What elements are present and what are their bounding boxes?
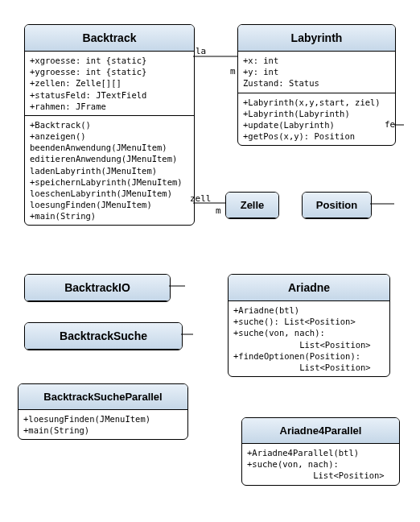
class-title: Labyrinth bbox=[238, 25, 395, 52]
assoc-label: la bbox=[196, 46, 206, 56]
class-operations: +Ariadne4Parallel(btl) +suche(von, nach)… bbox=[242, 444, 399, 485]
class-operations: +loesungFinden(JMenuItem) +main(String) bbox=[19, 410, 187, 439]
assoc-label: m bbox=[230, 66, 236, 77]
class-title: Ariadne bbox=[229, 275, 389, 301]
class-attributes: +xgroesse: int {static} +ygroesse: int {… bbox=[25, 52, 194, 116]
class-backtrack: Backtrack +xgroesse: int {static} +ygroe… bbox=[24, 24, 195, 226]
class-backtrackio: BacktrackIO bbox=[24, 274, 171, 302]
class-operations: +Backtrack() +anzeigen() beendenAnwendun… bbox=[25, 116, 194, 226]
class-backtracksuche: BacktrackSuche bbox=[24, 322, 183, 350]
class-title: BacktrackIO bbox=[25, 275, 170, 301]
assoc-label: fe bbox=[385, 119, 395, 130]
class-operations: +Labyrinth(x,y,start, ziel) +Labyrinth(L… bbox=[238, 93, 395, 146]
class-ariadne: Ariadne +Ariadne(btl) +suche(): List<Pos… bbox=[228, 274, 390, 377]
class-labyrinth: Labyrinth +x: int +y: int Zustand: Statu… bbox=[237, 24, 396, 146]
class-title: BacktrackSucheParallel bbox=[19, 384, 187, 410]
class-title: Ariadne4Parallel bbox=[242, 418, 399, 444]
uml-diagram: Backtrack +xgroesse: int {static} +ygroe… bbox=[16, 16, 404, 506]
class-title: Position bbox=[303, 193, 371, 218]
class-title: Backtrack bbox=[25, 25, 194, 52]
class-title: Zelle bbox=[226, 193, 278, 218]
class-attributes: +x: int +y: int Zustand: Status bbox=[238, 52, 395, 93]
class-position: Position bbox=[302, 192, 372, 219]
class-backtracksucheparallel: BacktrackSucheParallel +loesungFinden(JM… bbox=[18, 383, 188, 440]
class-ariadne4parallel: Ariadne4Parallel +Ariadne4Parallel(btl) … bbox=[241, 417, 400, 486]
class-zelle: Zelle bbox=[225, 192, 279, 219]
assoc-label: m bbox=[216, 205, 221, 216]
assoc-label: zell bbox=[190, 193, 212, 204]
class-operations: +Ariadne(btl) +suche(): List<Position> +… bbox=[229, 301, 389, 376]
class-title: BacktrackSuche bbox=[25, 323, 182, 350]
